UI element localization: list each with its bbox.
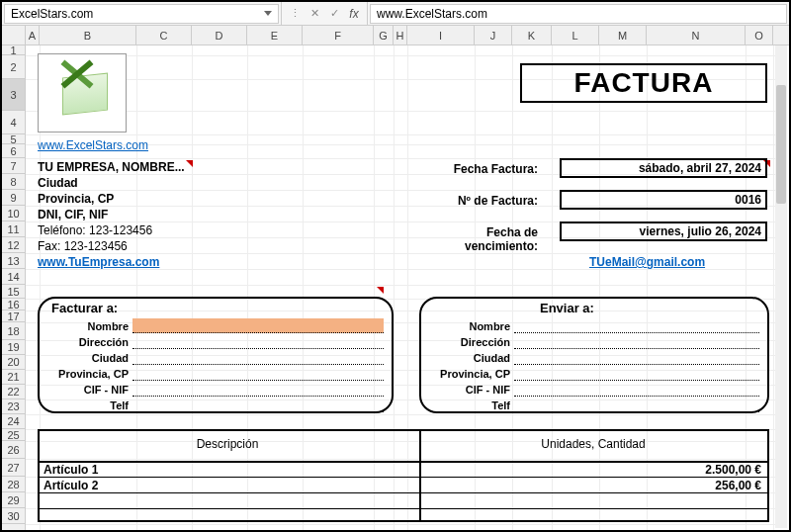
ship-city-label: Ciudad (429, 352, 514, 364)
bill-city-input[interactable] (132, 350, 384, 365)
bill-province-input[interactable] (132, 366, 384, 381)
row-header-22[interactable]: 22 (2, 385, 25, 399)
ship-to-title: Enviar a: (540, 301, 594, 315)
row-header-1[interactable]: 1 (2, 45, 25, 55)
num-value: 0016 (735, 193, 761, 207)
table-hsep-3 (38, 508, 769, 509)
row-header-5[interactable]: 5 (2, 134, 25, 144)
company-web[interactable]: www.TuEmpresa.com (38, 255, 159, 269)
col-header-L[interactable]: L (552, 26, 599, 44)
chevron-down-icon[interactable] (264, 11, 272, 16)
ship-province-input[interactable] (514, 366, 759, 381)
row-header-28[interactable]: 28 (2, 477, 25, 492)
col-header-K[interactable]: K (512, 26, 552, 44)
row-header-23[interactable]: 23 (2, 399, 25, 414)
spreadsheet: ABCDEFGHIJKLMNO 123456789101112131415161… (2, 26, 789, 532)
company-phone: Teléfono: 123-123456 (38, 223, 152, 237)
row-header-2[interactable]: 2 (2, 55, 25, 79)
col-header-B[interactable]: B (40, 26, 136, 44)
row-header-13[interactable]: 13 (2, 253, 25, 269)
row-headers: 1234567891011121314151617181920212223242… (2, 45, 26, 532)
col-header-A[interactable]: A (26, 26, 40, 44)
formula-value: www.ExcelStars.com (377, 7, 487, 21)
name-box[interactable]: ExcelStars.com (4, 4, 279, 24)
row-header-11[interactable]: 11 (2, 222, 25, 237)
due-value-box: viernes, julio 26, 2024 (560, 222, 767, 241)
col-header-D[interactable]: D (192, 26, 247, 44)
bill-tax-input[interactable] (132, 382, 384, 397)
formula-input[interactable]: www.ExcelStars.com (370, 4, 787, 24)
col-header-J[interactable]: J (475, 26, 512, 44)
col-header-M[interactable]: M (599, 26, 647, 44)
due-value: viernes, julio 26, 2024 (640, 224, 761, 238)
table-hsep-2 (38, 492, 769, 493)
row-header-19[interactable]: 19 (2, 340, 25, 355)
ship-tax-input[interactable] (514, 382, 759, 397)
bill-name-label: Nombre (47, 320, 132, 332)
bill-address-input[interactable] (132, 334, 384, 349)
date-label: Fecha Factura: (419, 162, 538, 176)
bill-city-label: Ciudad (47, 352, 132, 364)
row-header-6[interactable]: 6 (2, 144, 25, 158)
row-header-24[interactable]: 24 (2, 414, 25, 429)
ship-phone-label: Telf (429, 399, 514, 411)
col-header-H[interactable]: H (394, 26, 407, 44)
col-header-N[interactable]: N (647, 26, 746, 44)
item-desc-0: Artículo 1 (44, 463, 98, 477)
cell-grid[interactable]: FACTURA www.ExcelStars.com TU EMPRESA, N… (26, 45, 787, 532)
scrollbar-thumb[interactable] (776, 85, 786, 204)
row-header-17[interactable]: 17 (2, 310, 25, 322)
row-header-16[interactable]: 16 (2, 299, 25, 310)
formula-bar: ExcelStars.com ⋮ ✕ ✓ fx www.ExcelStars.c… (2, 2, 789, 26)
date-value-box: sábado, abril 27, 2024 (560, 158, 767, 178)
row-header-30[interactable]: 30 (2, 508, 25, 524)
col-header-E[interactable]: E (247, 26, 303, 44)
cancel-icon[interactable]: ✕ (306, 5, 323, 23)
row-header-27[interactable]: 27 (2, 459, 25, 477)
col-header-I[interactable]: I (407, 26, 475, 44)
comment-icon[interactable] (186, 160, 193, 167)
ship-address-input[interactable] (514, 334, 759, 349)
row-header-26[interactable]: 26 (2, 441, 25, 459)
row-header-9[interactable]: 9 (2, 190, 25, 206)
col-header-O[interactable]: O (746, 26, 773, 44)
row-header-15[interactable]: 15 (2, 285, 25, 299)
fx-icon[interactable]: fx (345, 5, 363, 23)
accept-icon[interactable]: ✓ (325, 5, 343, 23)
row-header-14[interactable]: 14 (2, 269, 25, 285)
row-header-21[interactable]: 21 (2, 370, 25, 385)
bill-address-label: Dirección (47, 336, 132, 348)
row-header-18[interactable]: 18 (2, 322, 25, 340)
email-link[interactable]: TUeMail@gmail.com (589, 255, 705, 269)
ship-name-input[interactable] (514, 318, 759, 333)
row-header-4[interactable]: 4 (2, 111, 25, 134)
bill-name-input[interactable] (132, 318, 384, 333)
row-header-20[interactable]: 20 (2, 355, 25, 370)
col-header-G[interactable]: G (374, 26, 394, 44)
row-header-8[interactable]: 8 (2, 174, 25, 190)
ship-phone-input[interactable] (514, 398, 759, 412)
site-link[interactable]: www.ExcelStars.com (38, 138, 148, 152)
company-name: TU EMPRESA, NOMBRE... (38, 160, 185, 174)
bill-phone-input[interactable] (132, 398, 384, 412)
ship-city-input[interactable] (514, 350, 759, 365)
col-header-F[interactable]: F (303, 26, 374, 44)
item-amount-0: 2.500,00 € (421, 463, 761, 477)
row-header-7[interactable]: 7 (2, 158, 25, 174)
comment-icon[interactable] (377, 287, 384, 294)
row-header-3[interactable]: 3 (2, 79, 25, 111)
row-header-10[interactable]: 10 (2, 206, 25, 222)
row-header-29[interactable]: 29 (2, 492, 25, 508)
row-header-12[interactable]: 12 (2, 237, 25, 253)
qty-header: Unidades, Cantidad (419, 437, 767, 451)
ship-province-label: Provincia, CP (429, 368, 514, 380)
vertical-scrollbar[interactable] (775, 45, 787, 528)
select-all-corner[interactable] (2, 26, 26, 44)
company-fax: Fax: 123-123456 (38, 239, 128, 253)
bill-province-label: Provincia, CP (47, 368, 132, 380)
col-header-C[interactable]: C (136, 26, 192, 44)
row-header-25[interactable]: 25 (2, 429, 25, 441)
bill-tax-label: CIF - NIF (47, 384, 132, 396)
column-headers: ABCDEFGHIJKLMNO (2, 26, 789, 45)
dots-icon[interactable]: ⋮ (286, 5, 304, 23)
